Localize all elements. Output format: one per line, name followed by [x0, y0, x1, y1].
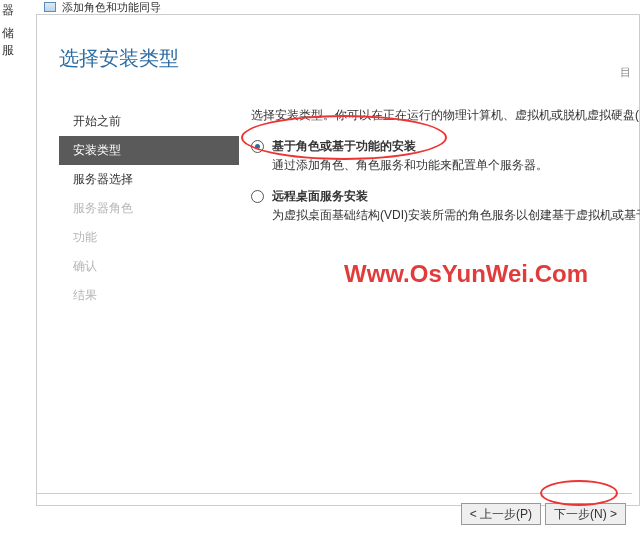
radio-role-based[interactable]	[251, 140, 264, 153]
wizard-content: 选择安装类型。你可以在正在运行的物理计算机、虚拟机或脱机虚拟硬盘( 基于角色或基…	[251, 107, 639, 238]
left-edge-label-1: 器	[2, 2, 24, 19]
option-role-based[interactable]: 基于角色或基于功能的安装 通过添加角色、角色服务和功能来配置单个服务器。	[251, 138, 639, 174]
wizard-icon	[44, 2, 56, 12]
option-body: 基于角色或基于功能的安装 通过添加角色、角色服务和功能来配置单个服务器。	[272, 138, 639, 174]
destination-server-fragment: 目	[620, 65, 631, 79]
option-title: 远程桌面服务安装	[272, 188, 640, 205]
nav-item-before-begin[interactable]: 开始之前	[59, 107, 239, 136]
instruction-text: 选择安装类型。你可以在正在运行的物理计算机、虚拟机或脱机虚拟硬盘(	[251, 107, 639, 124]
wizard-window-title: 添加角色和功能同导	[62, 0, 161, 15]
nav-item-server-selection[interactable]: 服务器选择	[59, 165, 239, 194]
option-rds[interactable]: 远程桌面服务安装 为虚拟桌面基础结构(VDI)安装所需的角色服务以创建基于虚拟机…	[251, 188, 639, 224]
option-title: 基于角色或基于功能的安装	[272, 138, 639, 155]
option-desc: 通过添加角色、角色服务和功能来配置单个服务器。	[272, 157, 639, 174]
radio-rds[interactable]	[251, 190, 264, 203]
option-body: 远程桌面服务安装 为虚拟桌面基础结构(VDI)安装所需的角色服务以创建基于虚拟机…	[272, 188, 640, 224]
wizard-window-title-bar: 添加角色和功能同导	[44, 0, 161, 14]
wizard-nav: 开始之前 安装类型 服务器选择 服务器角色 功能 确认 结果	[59, 107, 239, 310]
option-desc: 为虚拟桌面基础结构(VDI)安装所需的角色服务以创建基于虚拟机或基于	[272, 207, 640, 224]
prev-button[interactable]: < 上一步(P)	[461, 503, 541, 525]
divider	[36, 493, 632, 494]
left-edge-label-2: 储服	[2, 25, 24, 59]
nav-item-install-type[interactable]: 安装类型	[59, 136, 239, 165]
nav-item-confirm: 确认	[59, 252, 239, 281]
wizard-buttons: < 上一步(P) 下一步(N) >	[461, 503, 626, 525]
nav-item-features: 功能	[59, 223, 239, 252]
nav-item-server-roles: 服务器角色	[59, 194, 239, 223]
next-button[interactable]: 下一步(N) >	[545, 503, 626, 525]
left-panel-fragment: 器 储服	[0, 0, 24, 538]
nav-item-results: 结果	[59, 281, 239, 310]
watermark-text: Www.OsYunWei.Com	[344, 260, 588, 288]
page-title: 选择安装类型	[59, 45, 179, 72]
